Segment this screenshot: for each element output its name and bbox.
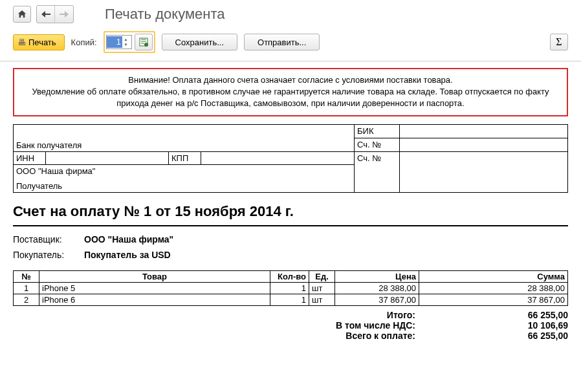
totals-block: Итого: 66 255,00 В том числе НДС: 10 106…: [13, 310, 568, 341]
col-product: Товар: [39, 270, 270, 282]
inn-label-cell: ИНН: [14, 151, 46, 164]
template-icon: [139, 38, 148, 47]
company-name: ООО "Наша фирма": [16, 166, 351, 176]
supplier-row: Поставщик: ООО "Наша фирма": [13, 234, 568, 245]
cell-qty: 1: [270, 294, 309, 305]
copies-spinner-wrap: ▲ ▼: [104, 31, 155, 53]
copies-input[interactable]: [107, 36, 122, 48]
cell-price: 28 388,00: [335, 282, 419, 294]
spinner-arrows: ▲ ▼: [122, 37, 130, 47]
toolbar: Печать Копий: ▲ ▼ Сохранить... Отправить…: [0, 23, 581, 61]
sigma-icon: Σ: [556, 36, 562, 48]
sigma-button[interactable]: Σ: [550, 34, 568, 50]
recipient-label: Получатель: [16, 181, 351, 191]
cell-num: 2: [14, 294, 39, 305]
cell-qty: 1: [270, 282, 309, 294]
vat-value: 10 106,69: [419, 320, 568, 331]
bank-recipient-label: Банк получателя: [16, 140, 351, 150]
print-button-label: Печать: [28, 38, 56, 47]
grand-value: 66 255,00: [419, 331, 568, 341]
arrow-left-icon: [41, 11, 50, 17]
warning-line-1: Внимание! Оплата данного счета означает …: [23, 74, 558, 86]
payee-acc-label-cell: Сч. №: [355, 151, 400, 192]
print-button[interactable]: Печать: [13, 34, 65, 50]
back-button[interactable]: [37, 6, 55, 23]
items-table: № Товар Кол-во Ед. Цена Сумма 1 iPhone 5…: [13, 270, 568, 306]
col-num: №: [14, 270, 39, 282]
col-qty: Кол-во: [270, 270, 309, 282]
svg-point-1: [144, 43, 148, 47]
inn-value-cell: [46, 151, 169, 164]
parties-block: Поставщик: ООО "Наша фирма" Покупатель: …: [13, 234, 568, 260]
template-button[interactable]: [135, 34, 153, 50]
cell-sum: 28 388,00: [419, 282, 568, 294]
page-title: Печать документа: [105, 6, 225, 23]
cell-num: 1: [14, 282, 39, 294]
home-icon: [17, 10, 27, 19]
buyer-value: Покупатель за USD: [84, 250, 171, 260]
totals-row-vat: В том числе НДС: 10 106,69: [13, 320, 568, 331]
warning-line-2: Уведомление об оплате обязательно, в про…: [23, 86, 558, 109]
bank-acc-label-cell: Сч. №: [355, 138, 400, 151]
arrow-right-icon: [60, 11, 69, 17]
vat-label: В том числе НДС:: [13, 320, 419, 331]
printer-icon: [17, 38, 26, 47]
totals-row-grand: Всего к оплате: 66 255,00: [13, 331, 568, 341]
copies-spinner[interactable]: ▲ ▼: [106, 35, 132, 49]
table-row: 1 iPhone 5 1 шт 28 388,00 28 388,00: [14, 282, 568, 294]
home-button[interactable]: [13, 6, 31, 23]
bank-recipient-cell: Банк получателя: [14, 124, 355, 151]
items-header-row: № Товар Кол-во Ед. Цена Сумма: [14, 270, 568, 282]
col-sum: Сумма: [419, 270, 568, 282]
grand-label: Всего к оплате:: [13, 331, 419, 341]
buyer-label: Покупатель:: [13, 250, 84, 260]
send-button[interactable]: Отправить...: [244, 34, 320, 50]
kpp-value-cell: [201, 151, 355, 164]
document-area: Внимание! Оплата данного счета означает …: [0, 61, 581, 347]
col-unit: Ед.: [309, 270, 335, 282]
document-title: Счет на оплату № 1 от 15 ноября 2014 г.: [13, 203, 568, 220]
title-underline: [13, 225, 568, 226]
warning-box: Внимание! Оплата данного счета означает …: [13, 68, 568, 116]
bik-label-cell: БИК: [355, 124, 400, 138]
totals-row-total: Итого: 66 255,00: [13, 310, 568, 320]
recipient-cell: ООО "Наша фирма" Получатель: [14, 164, 355, 192]
payee-acc-value-cell: [400, 151, 568, 192]
cell-product: iPhone 6: [39, 294, 270, 305]
spinner-down[interactable]: ▼: [122, 42, 130, 47]
top-bar: Печать документа: [0, 0, 581, 23]
bik-value-cell: [400, 124, 568, 138]
bank-acc-value-cell: [400, 138, 568, 151]
buyer-row: Покупатель: Покупатель за USD: [13, 250, 568, 260]
cell-unit: шт: [309, 282, 335, 294]
copies-label: Копий:: [71, 38, 97, 47]
total-label: Итого:: [13, 310, 419, 320]
supplier-label: Поставщик:: [13, 234, 84, 245]
nav-group: [36, 5, 74, 23]
table-row: 2 iPhone 6 1 шт 37 867,00 37 867,00: [14, 294, 568, 305]
cell-product: iPhone 5: [39, 282, 270, 294]
supplier-value: ООО "Наша фирма": [84, 234, 173, 245]
cell-unit: шт: [309, 294, 335, 305]
cell-price: 37 867,00: [335, 294, 419, 305]
kpp-label-cell: КПП: [169, 151, 201, 164]
forward-button[interactable]: [55, 6, 73, 23]
total-value: 66 255,00: [419, 310, 568, 320]
cell-sum: 37 867,00: [419, 294, 568, 305]
bank-details-table: Банк получателя БИК Сч. № ИНН КПП Сч. № …: [13, 124, 568, 193]
spinner-up[interactable]: ▲: [122, 37, 130, 42]
save-button[interactable]: Сохранить...: [162, 34, 237, 50]
col-price: Цена: [335, 270, 419, 282]
